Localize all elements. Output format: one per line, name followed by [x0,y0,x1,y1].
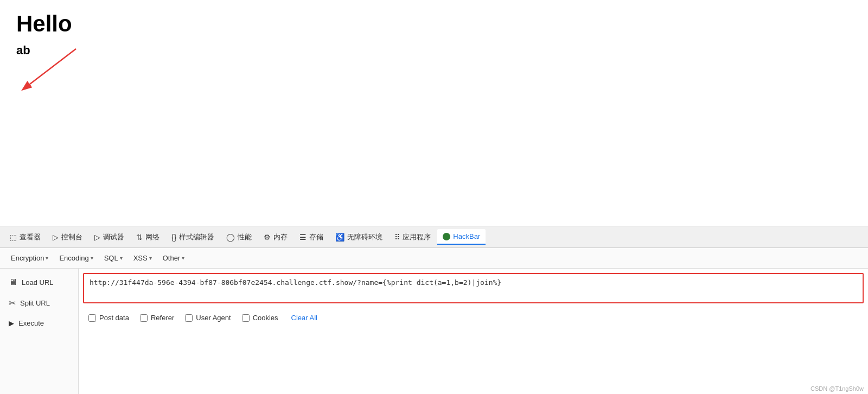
post-data-checkbox[interactable] [88,314,96,322]
xss-chevron-icon: ▾ [149,255,152,261]
style-editor-icon: {} [171,233,176,242]
hackbar-toolbar: Encryption ▾ Encoding ▾ SQL ▾ XSS ▾ Othe… [0,248,868,269]
page-subtitle: ab [16,43,852,58]
tab-style-editor[interactable]: {} 样式编辑器 [166,229,220,245]
hackbar-body: 🖥 Load URL ✂ Split URL ▶ Execute [0,269,868,394]
tab-hackbar[interactable]: HackBar [437,229,486,245]
debugger-icon: ▷ [94,233,100,242]
sql-chevron-icon: ▾ [120,255,123,261]
hackbar-main-area: Post data Referer User Agent Cookies C [79,269,868,394]
console-icon: ▷ [53,233,59,242]
hackbar-sidebar: 🖥 Load URL ✂ Split URL ▶ Execute [0,269,79,394]
memory-icon: ⚙ [264,233,271,242]
storage-icon: ☰ [299,233,307,242]
encoding-dropdown[interactable]: Encoding ▾ [55,252,97,264]
inspector-icon: ⬚ [10,233,17,242]
tab-inspector[interactable]: ⬚ 查看器 [4,229,46,245]
tab-memory[interactable]: ⚙ 内存 [258,229,293,245]
encryption-dropdown[interactable]: Encryption ▾ [7,252,53,264]
tab-storage[interactable]: ☰ 存储 [294,229,329,245]
page-content: Hello ab [0,0,868,225]
page-title: Hello [16,11,852,37]
watermark: CSDN @T1ngSh0w [810,385,864,392]
hackbar-bottom-bar: Post data Referer User Agent Cookies C [83,308,864,327]
tab-application[interactable]: ⠿ 应用程序 [389,229,436,245]
cookies-checkbox[interactable] [242,314,250,322]
tab-performance[interactable]: ◯ 性能 [221,229,257,245]
user-agent-checkbox-label[interactable]: User Agent [185,314,231,322]
referer-checkbox-label[interactable]: Referer [140,314,174,322]
hackbar-panel: Encryption ▾ Encoding ▾ SQL ▾ XSS ▾ Othe… [0,248,868,394]
tab-debugger[interactable]: ▷ 调试器 [89,229,130,245]
split-url-button[interactable]: ✂ Split URL [3,294,75,313]
tab-accessibility[interactable]: ♿ 无障碍环境 [330,229,388,245]
load-url-icon: 🖥 [9,277,17,287]
load-url-button[interactable]: 🖥 Load URL [3,273,75,291]
performance-icon: ◯ [226,233,235,242]
accessibility-icon: ♿ [335,233,344,242]
devtools-tabs-bar: ⬚ 查看器 ▷ 控制台 ▷ 调试器 ⇅ 网络 {} 样式编辑器 ◯ 性能 ⚙ 内… [0,226,868,248]
application-icon: ⠿ [394,233,400,242]
hackbar-green-dot [443,233,450,240]
user-agent-checkbox[interactable] [185,314,193,322]
split-url-icon: ✂ [9,298,16,308]
sql-dropdown[interactable]: SQL ▾ [100,252,127,264]
execute-button[interactable]: ▶ Execute [3,315,75,332]
tab-console[interactable]: ▷ 控制台 [47,229,88,245]
url-input-container [83,273,864,303]
referer-checkbox[interactable] [140,314,148,322]
devtools-panel: ⬚ 查看器 ▷ 控制台 ▷ 调试器 ⇅ 网络 {} 样式编辑器 ◯ 性能 ⚙ 内… [0,226,868,394]
arrow-annotation [16,43,81,98]
clear-all-button[interactable]: Clear All [289,313,320,323]
network-icon: ⇅ [136,233,143,242]
url-input[interactable] [84,274,863,300]
cookies-checkbox-label[interactable]: Cookies [242,314,278,322]
xss-dropdown[interactable]: XSS ▾ [129,252,156,264]
encryption-chevron-icon: ▾ [46,255,48,261]
tab-network[interactable]: ⇅ 网络 [131,229,165,245]
post-data-checkbox-label[interactable]: Post data [88,314,129,322]
other-dropdown[interactable]: Other ▾ [158,252,189,264]
execute-icon: ▶ [9,319,14,327]
encoding-chevron-icon: ▾ [91,255,93,261]
svg-line-1 [30,49,76,84]
other-chevron-icon: ▾ [182,255,184,261]
